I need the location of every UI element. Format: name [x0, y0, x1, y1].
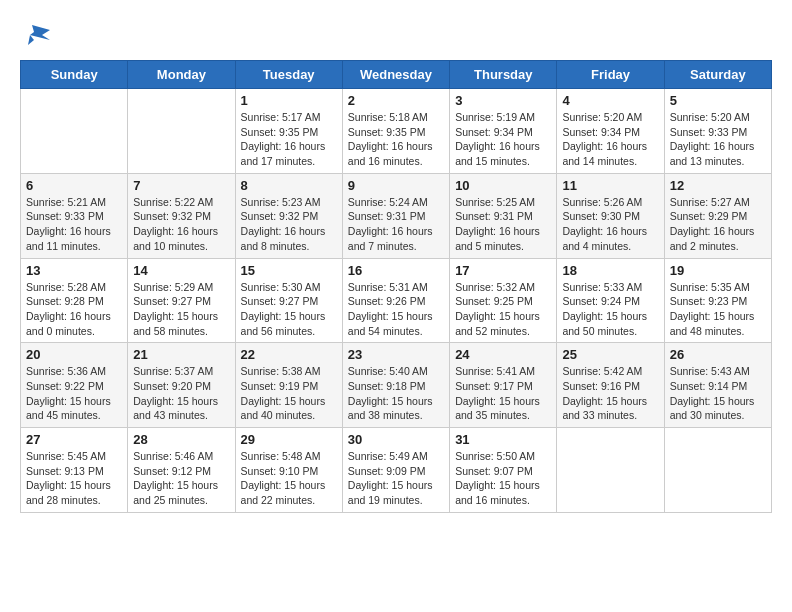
calendar-cell: 8Sunrise: 5:23 AM Sunset: 9:32 PM Daylig… [235, 173, 342, 258]
calendar-cell: 30Sunrise: 5:49 AM Sunset: 9:09 PM Dayli… [342, 428, 449, 513]
calendar-cell: 23Sunrise: 5:40 AM Sunset: 9:18 PM Dayli… [342, 343, 449, 428]
day-number: 3 [455, 93, 551, 108]
calendar-cell: 20Sunrise: 5:36 AM Sunset: 9:22 PM Dayli… [21, 343, 128, 428]
day-info: Sunrise: 5:45 AM Sunset: 9:13 PM Dayligh… [26, 449, 122, 508]
calendar-cell: 31Sunrise: 5:50 AM Sunset: 9:07 PM Dayli… [450, 428, 557, 513]
day-info: Sunrise: 5:18 AM Sunset: 9:35 PM Dayligh… [348, 110, 444, 169]
header-day-monday: Monday [128, 61, 235, 89]
day-number: 26 [670, 347, 766, 362]
day-number: 22 [241, 347, 337, 362]
day-number: 18 [562, 263, 658, 278]
day-info: Sunrise: 5:48 AM Sunset: 9:10 PM Dayligh… [241, 449, 337, 508]
calendar-table: SundayMondayTuesdayWednesdayThursdayFrid… [20, 60, 772, 513]
day-info: Sunrise: 5:33 AM Sunset: 9:24 PM Dayligh… [562, 280, 658, 339]
day-number: 13 [26, 263, 122, 278]
calendar-cell [557, 428, 664, 513]
day-info: Sunrise: 5:22 AM Sunset: 9:32 PM Dayligh… [133, 195, 229, 254]
calendar-cell: 19Sunrise: 5:35 AM Sunset: 9:23 PM Dayli… [664, 258, 771, 343]
day-number: 29 [241, 432, 337, 447]
calendar-cell: 9Sunrise: 5:24 AM Sunset: 9:31 PM Daylig… [342, 173, 449, 258]
day-info: Sunrise: 5:41 AM Sunset: 9:17 PM Dayligh… [455, 364, 551, 423]
day-number: 28 [133, 432, 229, 447]
calendar-cell: 26Sunrise: 5:43 AM Sunset: 9:14 PM Dayli… [664, 343, 771, 428]
day-number: 12 [670, 178, 766, 193]
calendar-cell: 6Sunrise: 5:21 AM Sunset: 9:33 PM Daylig… [21, 173, 128, 258]
day-number: 31 [455, 432, 551, 447]
calendar-cell: 11Sunrise: 5:26 AM Sunset: 9:30 PM Dayli… [557, 173, 664, 258]
header-day-wednesday: Wednesday [342, 61, 449, 89]
day-info: Sunrise: 5:37 AM Sunset: 9:20 PM Dayligh… [133, 364, 229, 423]
day-number: 16 [348, 263, 444, 278]
day-info: Sunrise: 5:27 AM Sunset: 9:29 PM Dayligh… [670, 195, 766, 254]
logo [20, 20, 52, 50]
day-number: 21 [133, 347, 229, 362]
day-number: 24 [455, 347, 551, 362]
calendar-cell: 17Sunrise: 5:32 AM Sunset: 9:25 PM Dayli… [450, 258, 557, 343]
day-number: 2 [348, 93, 444, 108]
day-info: Sunrise: 5:20 AM Sunset: 9:34 PM Dayligh… [562, 110, 658, 169]
day-number: 19 [670, 263, 766, 278]
calendar-cell: 29Sunrise: 5:48 AM Sunset: 9:10 PM Dayli… [235, 428, 342, 513]
calendar-cell: 27Sunrise: 5:45 AM Sunset: 9:13 PM Dayli… [21, 428, 128, 513]
calendar-cell: 4Sunrise: 5:20 AM Sunset: 9:34 PM Daylig… [557, 89, 664, 174]
day-number: 23 [348, 347, 444, 362]
day-info: Sunrise: 5:17 AM Sunset: 9:35 PM Dayligh… [241, 110, 337, 169]
calendar-cell: 5Sunrise: 5:20 AM Sunset: 9:33 PM Daylig… [664, 89, 771, 174]
day-number: 6 [26, 178, 122, 193]
day-info: Sunrise: 5:20 AM Sunset: 9:33 PM Dayligh… [670, 110, 766, 169]
calendar-cell: 10Sunrise: 5:25 AM Sunset: 9:31 PM Dayli… [450, 173, 557, 258]
header-day-saturday: Saturday [664, 61, 771, 89]
calendar-cell: 18Sunrise: 5:33 AM Sunset: 9:24 PM Dayli… [557, 258, 664, 343]
day-info: Sunrise: 5:36 AM Sunset: 9:22 PM Dayligh… [26, 364, 122, 423]
day-info: Sunrise: 5:32 AM Sunset: 9:25 PM Dayligh… [455, 280, 551, 339]
day-number: 11 [562, 178, 658, 193]
day-info: Sunrise: 5:42 AM Sunset: 9:16 PM Dayligh… [562, 364, 658, 423]
day-number: 1 [241, 93, 337, 108]
calendar-cell [128, 89, 235, 174]
header-day-sunday: Sunday [21, 61, 128, 89]
calendar-cell: 2Sunrise: 5:18 AM Sunset: 9:35 PM Daylig… [342, 89, 449, 174]
day-number: 14 [133, 263, 229, 278]
day-info: Sunrise: 5:26 AM Sunset: 9:30 PM Dayligh… [562, 195, 658, 254]
day-info: Sunrise: 5:28 AM Sunset: 9:28 PM Dayligh… [26, 280, 122, 339]
day-number: 30 [348, 432, 444, 447]
day-info: Sunrise: 5:23 AM Sunset: 9:32 PM Dayligh… [241, 195, 337, 254]
calendar-cell: 24Sunrise: 5:41 AM Sunset: 9:17 PM Dayli… [450, 343, 557, 428]
calendar-cell: 25Sunrise: 5:42 AM Sunset: 9:16 PM Dayli… [557, 343, 664, 428]
header [20, 20, 772, 50]
calendar-cell: 15Sunrise: 5:30 AM Sunset: 9:27 PM Dayli… [235, 258, 342, 343]
day-number: 15 [241, 263, 337, 278]
svg-marker-1 [28, 35, 34, 45]
header-day-tuesday: Tuesday [235, 61, 342, 89]
calendar-cell: 7Sunrise: 5:22 AM Sunset: 9:32 PM Daylig… [128, 173, 235, 258]
day-number: 4 [562, 93, 658, 108]
day-info: Sunrise: 5:46 AM Sunset: 9:12 PM Dayligh… [133, 449, 229, 508]
logo-bird-icon [22, 20, 52, 50]
day-number: 7 [133, 178, 229, 193]
calendar-cell: 28Sunrise: 5:46 AM Sunset: 9:12 PM Dayli… [128, 428, 235, 513]
day-info: Sunrise: 5:31 AM Sunset: 9:26 PM Dayligh… [348, 280, 444, 339]
day-info: Sunrise: 5:38 AM Sunset: 9:19 PM Dayligh… [241, 364, 337, 423]
day-info: Sunrise: 5:25 AM Sunset: 9:31 PM Dayligh… [455, 195, 551, 254]
calendar-cell: 22Sunrise: 5:38 AM Sunset: 9:19 PM Dayli… [235, 343, 342, 428]
day-info: Sunrise: 5:24 AM Sunset: 9:31 PM Dayligh… [348, 195, 444, 254]
day-number: 5 [670, 93, 766, 108]
calendar-cell: 12Sunrise: 5:27 AM Sunset: 9:29 PM Dayli… [664, 173, 771, 258]
day-info: Sunrise: 5:19 AM Sunset: 9:34 PM Dayligh… [455, 110, 551, 169]
day-number: 10 [455, 178, 551, 193]
calendar-cell: 13Sunrise: 5:28 AM Sunset: 9:28 PM Dayli… [21, 258, 128, 343]
calendar-cell [664, 428, 771, 513]
calendar-cell: 21Sunrise: 5:37 AM Sunset: 9:20 PM Dayli… [128, 343, 235, 428]
day-info: Sunrise: 5:43 AM Sunset: 9:14 PM Dayligh… [670, 364, 766, 423]
calendar-cell: 14Sunrise: 5:29 AM Sunset: 9:27 PM Dayli… [128, 258, 235, 343]
day-number: 17 [455, 263, 551, 278]
day-info: Sunrise: 5:29 AM Sunset: 9:27 PM Dayligh… [133, 280, 229, 339]
day-info: Sunrise: 5:30 AM Sunset: 9:27 PM Dayligh… [241, 280, 337, 339]
day-info: Sunrise: 5:40 AM Sunset: 9:18 PM Dayligh… [348, 364, 444, 423]
calendar-cell: 3Sunrise: 5:19 AM Sunset: 9:34 PM Daylig… [450, 89, 557, 174]
day-info: Sunrise: 5:50 AM Sunset: 9:07 PM Dayligh… [455, 449, 551, 508]
day-info: Sunrise: 5:21 AM Sunset: 9:33 PM Dayligh… [26, 195, 122, 254]
svg-marker-0 [30, 25, 50, 40]
day-number: 27 [26, 432, 122, 447]
day-number: 8 [241, 178, 337, 193]
